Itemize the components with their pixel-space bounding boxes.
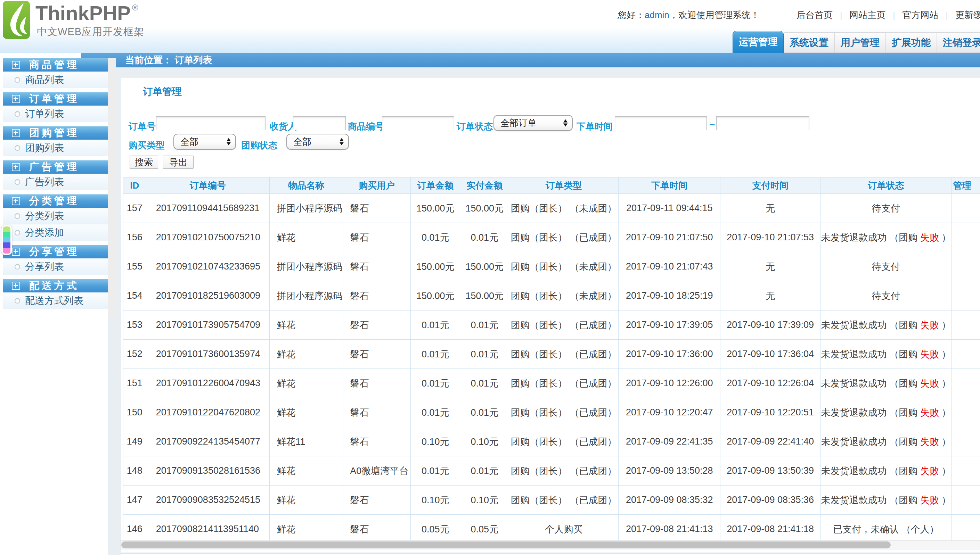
- cell-order-no: 20170910173905754709: [146, 311, 270, 340]
- color-pill-widget[interactable]: [2, 225, 12, 255]
- cell-id: 156: [124, 223, 146, 252]
- sidebar-group-header-3[interactable]: 广告管理: [3, 160, 108, 174]
- cell-order-no: 20170909224135454077: [146, 427, 270, 456]
- cell-order-no: 20170910122600470943: [146, 369, 270, 398]
- cell-amount: 0.01元: [411, 369, 460, 398]
- sidebar-group-header-1[interactable]: 订单管理: [3, 92, 108, 106]
- sidebar-item-3-0[interactable]: 广告列表: [3, 174, 108, 190]
- cell-id: 154: [124, 281, 146, 311]
- order-time-to-input[interactable]: [716, 116, 810, 130]
- cell-order-type: 团购（团长） （已成团）: [509, 398, 619, 427]
- product-no-input[interactable]: [382, 116, 454, 130]
- top-link-2[interactable]: 官方网站: [902, 9, 938, 21]
- buy-type-select[interactable]: 全部: [174, 134, 236, 150]
- cell-buyer: 磐石: [343, 486, 411, 515]
- consignee-input[interactable]: [293, 116, 346, 130]
- cell-id: 150: [124, 398, 146, 427]
- sidebar-item-1-0[interactable]: 订单列表: [3, 106, 108, 122]
- cell-buyer: 磐石: [343, 252, 411, 281]
- status-fail-text: 失败: [920, 320, 939, 330]
- cell-id: 157: [124, 194, 146, 223]
- cell-buyer: 磐石: [343, 340, 411, 369]
- tab-2[interactable]: 用户管理: [835, 32, 886, 53]
- link-separator: |: [893, 10, 895, 20]
- sidebar-item-5-0[interactable]: 分享列表: [3, 258, 108, 275]
- cell-pay-time: 无: [720, 281, 821, 311]
- order-no-label: 订单号: [129, 120, 156, 133]
- top-link-3[interactable]: 更新缓存: [955, 9, 980, 21]
- top-link-1[interactable]: 网站主页: [849, 9, 885, 21]
- logo-subtitle: 中文WEB应用开发框架: [37, 25, 144, 39]
- top-header: ThinkPHP® 中文WEB应用开发框架 您好：admin，欢迎使用管理系统！…: [0, 0, 980, 53]
- cell-order-time: 2017-09-10 17:39:05: [619, 311, 720, 340]
- sidebar-scrollbar-track[interactable]: [108, 58, 116, 318]
- export-button[interactable]: 导出: [163, 156, 194, 169]
- tab-0[interactable]: 运营管理: [733, 31, 784, 53]
- table-row: 15320170910173905754709鲜花磐石0.01元0.01元团购（…: [124, 311, 980, 340]
- cell-product: 拼团小程序源码: [270, 194, 343, 223]
- sidebar-item-0-0[interactable]: 商品列表: [3, 72, 108, 88]
- sidebar-item-4-0[interactable]: 分类列表: [3, 208, 108, 225]
- status-fail-text: 失败: [920, 378, 939, 389]
- cell-paid: 150.00元: [460, 281, 509, 311]
- cell-order-no: 20170910122047620802: [146, 398, 270, 427]
- order-status-label: 订单状态: [457, 120, 493, 133]
- cell-manage: [951, 194, 980, 223]
- sidebar-group-header-6[interactable]: 配送方式: [3, 279, 108, 292]
- cell-paid: 0.05元: [460, 515, 509, 544]
- expand-plus-icon: [12, 61, 20, 69]
- table-row: 14920170909224135454077鲜花11磐石0.10元0.10元团…: [124, 427, 980, 456]
- order-status-select[interactable]: 全部订单: [493, 115, 573, 131]
- cell-status: 未发货退款成功 （团购 失败 ）: [821, 311, 952, 340]
- column-header-1: 订单编号: [146, 178, 270, 194]
- status-text: 未发货退款成功 （团购: [821, 349, 920, 359]
- sidebar-item-4-1[interactable]: 分类添加: [3, 225, 108, 241]
- sidebar-group-header-0[interactable]: 商品管理: [3, 58, 108, 72]
- cell-order-time: 2017-09-10 12:26:00: [619, 369, 720, 398]
- cell-order-type: 团购（团长） （已成团）: [509, 456, 619, 486]
- cell-order-type: 团购（团长） （已成团）: [509, 427, 619, 456]
- sidebar-group-0: 商品管理商品列表: [3, 58, 108, 88]
- tab-3[interactable]: 扩展功能: [886, 32, 937, 53]
- sidebar-group-2: 团购管理团购列表: [3, 126, 108, 156]
- status-fail-text: 失败: [920, 466, 939, 476]
- cell-order-no: 20170910182519603009: [146, 281, 270, 311]
- sidebar-group-header-2[interactable]: 团购管理: [3, 126, 108, 140]
- order-no-input[interactable]: [156, 116, 265, 130]
- order-time-from-input[interactable]: [615, 116, 707, 130]
- cell-pay-time: 2017-09-10 12:20:51: [720, 398, 821, 427]
- sidebar-group-header-5[interactable]: 分享管理: [3, 245, 108, 258]
- table-row: 15720170911094415689231拼团小程序源码磐石150.00元1…: [124, 194, 980, 223]
- group-status-select[interactable]: 全部: [286, 134, 349, 150]
- tab-1[interactable]: 系统设置: [784, 32, 835, 53]
- breadcrumb-page: 订单列表: [175, 55, 212, 65]
- cell-manage: [951, 340, 980, 369]
- sidebar-group-header-4[interactable]: 分类管理: [3, 194, 108, 208]
- search-button[interactable]: 搜索: [130, 156, 158, 169]
- cell-buyer: 磐石: [343, 223, 411, 252]
- top-link-0[interactable]: 后台首页: [797, 9, 833, 21]
- select-arrows-icon: [563, 119, 567, 127]
- sidebar-item-6-0[interactable]: 配送方式列表: [3, 292, 108, 309]
- cell-order-time: 2017-09-09 08:35:32: [619, 486, 720, 515]
- cell-order-type: 团购（团长） （未成团）: [509, 194, 619, 223]
- tab-4[interactable]: 注销登录: [937, 32, 980, 53]
- cell-pay-time: 2017-09-09 22:41:40: [720, 427, 821, 456]
- cell-manage: [951, 281, 980, 311]
- cell-product: 鲜花: [270, 456, 343, 486]
- status-text: 未发货退款成功 （团购: [821, 233, 920, 243]
- cell-pay-time: 2017-09-10 17:39:09: [720, 311, 821, 340]
- cell-status: 未发货退款成功 （团购 失败 ）: [821, 340, 952, 369]
- sidebar-item-2-0[interactable]: 团购列表: [3, 140, 108, 156]
- bottom-divider: [121, 553, 980, 553]
- cell-pay-time: 2017-09-10 12:26:04: [720, 369, 821, 398]
- expand-plus-icon: [12, 197, 20, 205]
- status-fail-text: 失败: [920, 407, 939, 418]
- cell-manage: [951, 456, 980, 486]
- horizontal-scrollbar-track[interactable]: [120, 541, 980, 549]
- username-link[interactable]: admin: [645, 10, 669, 20]
- cell-status: 待支付: [821, 252, 952, 281]
- cell-status: 未发货退款成功 （团购 失败 ）: [821, 456, 952, 486]
- horizontal-scrollbar-thumb[interactable]: [121, 541, 891, 549]
- cell-order-no: 20170908214113951140: [146, 515, 270, 544]
